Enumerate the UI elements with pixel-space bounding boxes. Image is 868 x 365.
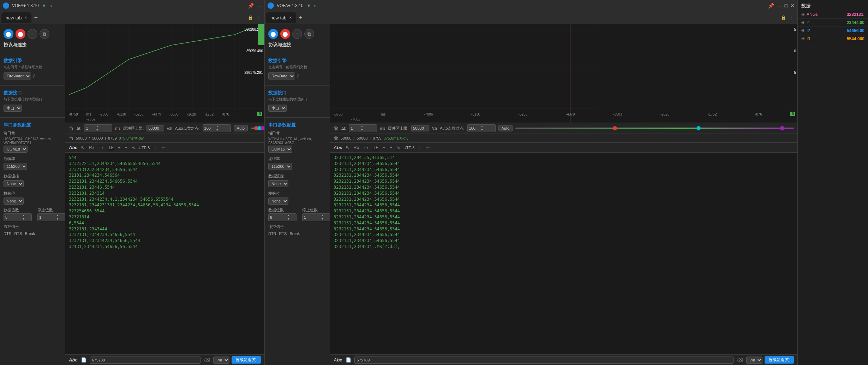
right-delta-down[interactable]: ▼ [360, 128, 364, 132]
right-more-icon[interactable]: » [314, 3, 317, 8]
i3-eye-icon[interactable]: 👁 [801, 37, 805, 41]
left-pin-icon[interactable]: 📌 [248, 3, 254, 8]
right-cursor-icon[interactable]: ↖ [345, 144, 351, 151]
right-tab-close[interactable]: × [289, 15, 292, 20]
left-brk[interactable]: Break [25, 231, 35, 236]
right-auto-input[interactable] [468, 125, 480, 131]
left-buffer-input[interactable] [146, 125, 164, 131]
left-connect-icon[interactable]: ⬤ [4, 29, 13, 39]
right-send-input[interactable] [354, 357, 734, 364]
left-tab-close[interactable]: × [25, 15, 27, 20]
right-brk[interactable]: Break [289, 231, 300, 236]
right-bottom-erase[interactable]: ⌫ [736, 357, 744, 363]
left-databits-input[interactable] [4, 214, 22, 220]
right-engine-select[interactable]: RawData [268, 72, 295, 80]
right-connect-icon[interactable]: ⬤ [268, 29, 278, 39]
left-chart-delete[interactable]: 🗑 [69, 125, 74, 131]
right-stopbits-input[interactable] [303, 214, 320, 220]
left-bottom-file[interactable]: 📄 [80, 357, 88, 363]
right-interface-select[interactable]: 串口 [268, 105, 287, 112]
left-dtr[interactable]: DTR [4, 231, 12, 236]
right-lines-icon[interactable]: ≡ [292, 29, 302, 39]
right-stopbits-down[interactable]: ▼ [320, 217, 324, 221]
right-tab-newtab[interactable]: new tab × [266, 12, 296, 23]
right-close-icon[interactable]: ✕ [790, 3, 795, 8]
right-databits-down[interactable]: ▼ [286, 217, 291, 221]
angl-eye-icon[interactable]: 👁 [801, 12, 805, 17]
right-chart-delete[interactable]: 🗑 [334, 125, 339, 131]
left-serial-delete[interactable]: 🗑 [69, 135, 74, 141]
left-port-select[interactable]: COM18 [4, 146, 28, 153]
left-delta-up[interactable]: ▲ [95, 125, 99, 128]
left-clear-icon[interactable]: ✏ [161, 144, 167, 151]
right-auto-btn[interactable]: Auto [498, 125, 513, 131]
left-databits-down[interactable]: ▼ [22, 217, 26, 221]
right-serial-delete[interactable]: 🗑 [334, 135, 339, 141]
right-dropdown-icon[interactable]: ▼ [306, 3, 311, 8]
left-more-icon[interactable]: ⋮ [152, 144, 158, 151]
left-plus-icon[interactable]: + [117, 144, 122, 151]
left-flow-select[interactable]: None [4, 180, 24, 187]
right-buffer-input[interactable] [411, 125, 429, 131]
left-databits-up[interactable]: ▲ [22, 214, 26, 217]
right-auto-up[interactable]: ▲ [480, 125, 484, 128]
left-bottom-abc[interactable]: Abc [69, 357, 78, 363]
right-delta-up[interactable]: ▲ [360, 125, 364, 128]
right-slider-track[interactable] [515, 128, 794, 129]
right-clear-icon[interactable]: ✏ [425, 144, 431, 151]
left-minus-icon[interactable]: − [124, 144, 129, 151]
left-send-btn[interactable]: 连续发送(S) [232, 356, 261, 364]
left-stopbits-down[interactable]: ▼ [55, 217, 60, 221]
left-copy-icon[interactable]: ⧉ [40, 29, 49, 39]
right-flow-select[interactable]: None [268, 180, 288, 187]
right-pin-icon[interactable]: 📌 [768, 3, 774, 8]
left-slider-track[interactable] [251, 128, 261, 129]
left-lock-icon[interactable]: 🔒 [248, 15, 253, 20]
right-rts[interactable]: RTS [279, 231, 287, 236]
left-bottom-erase[interactable]: ⌫ [203, 357, 211, 363]
left-tab-add[interactable]: + [32, 14, 40, 22]
left-parity-select[interactable]: None [4, 198, 24, 205]
right-abc-btn[interactable]: Abc [334, 145, 342, 150]
right-tx-btn[interactable]: Tx [362, 144, 369, 151]
left-delta-down[interactable]: ▼ [95, 128, 99, 132]
left-rts[interactable]: RTS [14, 231, 22, 236]
i1-eye-icon[interactable]: 👁 [801, 20, 805, 25]
left-tx-btn[interactable]: Tx [97, 144, 104, 151]
right-bottom-file[interactable]: 📄 [345, 357, 352, 363]
right-tab-add[interactable]: + [297, 14, 305, 22]
left-lines-icon[interactable]: ≡ [28, 29, 37, 39]
right-menu-icon[interactable]: ⋮ [789, 15, 793, 20]
left-engine-help[interactable]: ? [32, 73, 35, 79]
right-dtr[interactable]: DTR [268, 231, 276, 236]
left-auto-up[interactable]: ▲ [215, 125, 220, 128]
right-minimize-icon[interactable]: — [777, 3, 782, 8]
right-port-select[interactable]: COM16 [268, 146, 292, 153]
right-newline-select[interactable]: \r\n [746, 357, 762, 364]
right-slider-teal[interactable] [696, 126, 701, 130]
right-databits-input[interactable] [269, 214, 286, 220]
left-dropdown-icon[interactable]: ▼ [42, 3, 47, 8]
left-te-icon[interactable]: T̲E̲ [107, 144, 115, 151]
right-stopbits-up[interactable]: ▲ [320, 214, 324, 217]
left-rx-btn[interactable]: Rx [88, 144, 96, 151]
right-delta-input[interactable] [349, 125, 360, 131]
right-terminal[interactable]: 3232131,294135,41365,314 3232131,2344234… [330, 153, 797, 354]
left-terminal[interactable]: 544 3232322131,2344234,546565654656,5544… [65, 153, 264, 354]
left-stopbits-up[interactable]: ▲ [55, 214, 60, 217]
right-te-icon[interactable]: T̲E̲ [372, 144, 379, 151]
left-menu-icon[interactable]: ⋮ [256, 15, 260, 20]
left-newline-select[interactable]: \r\n [213, 357, 229, 364]
right-minus-icon[interactable]: − [389, 144, 394, 151]
i2-eye-icon[interactable]: 👁 [801, 29, 805, 33]
right-baud-select[interactable]: 115200 [268, 163, 292, 170]
right-lock-icon[interactable]: 🔒 [781, 15, 786, 20]
right-send-btn[interactable]: 连续发送(S) [765, 356, 794, 364]
left-slider-purple[interactable] [261, 126, 264, 130]
left-interface-select[interactable]: 串口 [4, 105, 22, 112]
right-record-icon[interactable]: ⬤ [280, 29, 290, 39]
right-copy-icon[interactable]: ⧉ [304, 29, 314, 39]
right-bottom-abc[interactable]: Abc [334, 357, 342, 363]
right-wave-icon[interactable]: ∿ [395, 144, 401, 151]
right-restore-icon[interactable]: □ [785, 3, 788, 8]
